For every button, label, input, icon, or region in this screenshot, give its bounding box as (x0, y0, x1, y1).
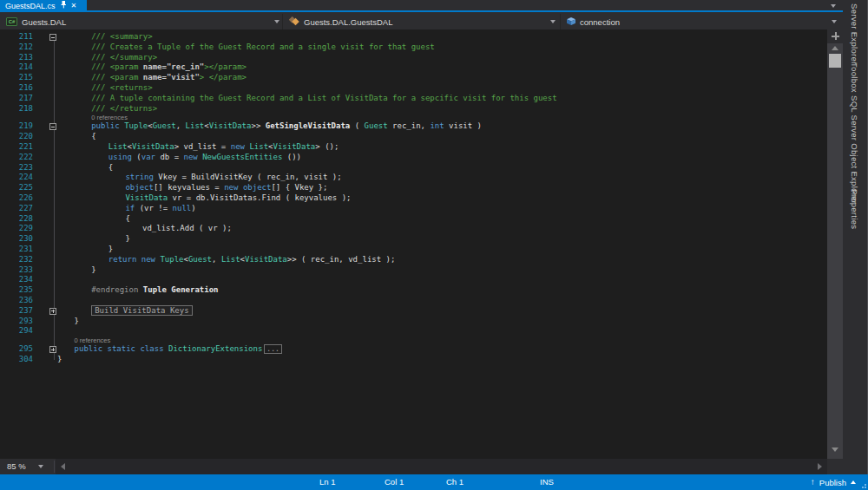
vertical-scrollbar-thumb[interactable] (829, 54, 841, 68)
status-character: Ch 1 (446, 474, 464, 490)
fold-margin (33, 265, 57, 276)
fold-margin (33, 153, 57, 163)
code-token: new (224, 183, 238, 192)
code-token: VisitData (209, 121, 252, 130)
scroll-down-icon[interactable] (832, 448, 838, 452)
code-text: { (57, 163, 113, 173)
document-list-dropdown-icon[interactable] (831, 4, 836, 8)
zoom-level-dropdown[interactable]: 85 % (0, 459, 54, 474)
scroll-left-icon[interactable] (61, 463, 65, 470)
split-cross-icon (832, 32, 839, 40)
code-text: } (57, 317, 79, 327)
code-token: Tuple Generation (143, 285, 219, 294)
expand-region-icon[interactable] (49, 346, 56, 353)
code-token: ( (132, 153, 141, 161)
code-token: object (125, 183, 154, 192)
line-number: 220 (0, 132, 33, 142)
editor-split-handle[interactable] (827, 29, 843, 43)
horizontal-scrollbar[interactable] (56, 459, 827, 474)
code-text: /// Creates a Tuple of the Guest Record … (57, 42, 435, 53)
code-text: public static class DictionaryExtensions… (57, 344, 282, 355)
sidebar-tab-sql-server-object-explorer[interactable]: SQL Server Object Explorer (850, 95, 859, 204)
pin-icon[interactable] (60, 1, 67, 11)
code-text: } (57, 265, 96, 276)
code-token: /// <summary> (91, 32, 152, 41)
code-token: vd_list.Add ( vr ); (142, 224, 232, 232)
code-token: object (243, 183, 272, 192)
code-text: /// <param name="rec_in"></param> (57, 62, 247, 73)
close-icon[interactable]: ✕ (71, 2, 77, 10)
code-row: 230} (0, 234, 827, 245)
sidebar-tab-toolbox[interactable]: Toolbox (850, 62, 859, 93)
fold-margin (33, 94, 57, 104)
collapsed-code-ellipsis[interactable]: ... (264, 344, 281, 354)
publish-up-arrow-icon: ↑ (811, 474, 815, 490)
code-token: db = (155, 153, 184, 161)
fold-margin (33, 73, 57, 83)
line-number: 231 (0, 245, 33, 255)
code-text: object[] keyvalues = new object[] { Vkey… (57, 183, 327, 193)
code-text: 0 references (57, 336, 110, 344)
line-number: 304 (0, 355, 33, 365)
project-dropdown[interactable]: C# Guests.DAL (0, 14, 283, 29)
code-token: VisitData (245, 255, 287, 264)
line-number: 215 (0, 73, 33, 83)
scroll-up-icon[interactable] (832, 46, 838, 50)
status-bar: Ln 1 Col 1 Ch 1 INS ↑ Publish (0, 474, 868, 490)
code-token: return (108, 255, 137, 264)
class-icon (289, 16, 299, 28)
line-number: 223 (0, 163, 33, 173)
line-number (0, 336, 33, 344)
code-token: , (212, 255, 221, 264)
line-number: 294 (0, 326, 33, 336)
code-text: { (57, 214, 130, 225)
chevron-down-icon (38, 465, 43, 468)
code-lines: 211/// <summary>212/// Creates a Tuple o… (0, 32, 827, 365)
scroll-right-icon[interactable] (818, 463, 822, 470)
line-number: 212 (0, 42, 33, 53)
code-row: 214/// <param name="rec_in"></param> (0, 62, 827, 73)
code-row: 219public Tuple<Guest, List<VisitData>> … (0, 121, 827, 132)
tab-guestsdal[interactable]: GuestsDAL.cs ✕ (0, 0, 87, 12)
type-dropdown[interactable]: Guests.DAL.GuestsDAL (283, 14, 561, 29)
code-token: ) (191, 204, 195, 212)
code-token: >> (251, 121, 265, 130)
chevron-down-icon (274, 20, 279, 23)
line-number: 217 (0, 94, 33, 104)
collapsed-region-box[interactable]: Build VisitData Keys (91, 305, 192, 316)
code-token: VisitData (125, 193, 168, 202)
code-editor[interactable]: 211/// <summary>212/// Creates a Tuple o… (0, 29, 827, 459)
fold-margin (33, 173, 57, 183)
code-token: using (108, 153, 132, 161)
collapse-region-icon[interactable] (49, 34, 56, 41)
expand-region-icon[interactable] (49, 308, 56, 315)
code-token: /// Creates a Tuple of the Guest Record … (91, 42, 435, 51)
code-token: new (141, 255, 155, 264)
code-token: new (231, 142, 245, 151)
code-text: 0 references (57, 114, 128, 121)
code-token: /// <returns> (91, 83, 152, 92)
fold-margin (33, 275, 57, 285)
code-text: Build VisitData Keys (57, 306, 193, 317)
member-dropdown[interactable]: connection (561, 14, 843, 29)
code-row: 229vd_list.Add ( vr ); (0, 224, 827, 234)
code-token: int (430, 121, 444, 130)
line-number: 226 (0, 193, 33, 204)
code-text: vd_list.Add ( vr ); (57, 224, 232, 234)
code-row: 294 (0, 326, 827, 336)
line-number: 216 (0, 83, 33, 94)
resize-grip[interactable] (859, 481, 866, 488)
line-number: 235 (0, 285, 33, 296)
code-token: var (141, 153, 155, 161)
fold-margin (33, 255, 57, 265)
publish-button[interactable]: ↑ Publish (811, 474, 856, 490)
code-text: } (57, 234, 130, 245)
vertical-scrollbar[interactable] (827, 29, 843, 459)
sidebar-tab-server-explorer[interactable]: Server Explorer (850, 3, 859, 65)
sidebar-tab-properties[interactable]: Properties (850, 189, 859, 229)
collapse-region-icon[interactable] (49, 123, 56, 130)
code-row: 304} (0, 355, 827, 365)
fold-margin (33, 306, 57, 317)
code-token: DictionaryExtensions (168, 344, 262, 353)
code-token: VisitData (273, 142, 316, 151)
